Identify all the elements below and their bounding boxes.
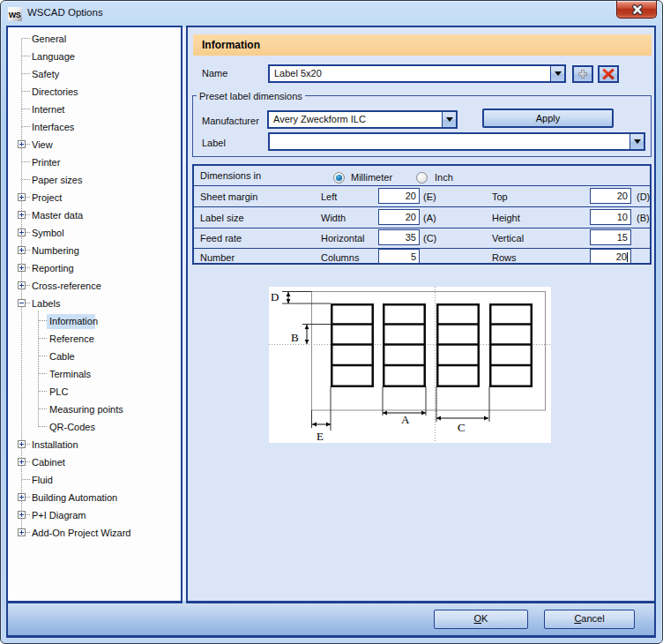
svg-text:C: C xyxy=(458,421,466,434)
svg-text:A: A xyxy=(401,413,410,426)
svg-text:D: D xyxy=(271,290,279,303)
svg-text:B: B xyxy=(291,331,299,344)
svg-text:E: E xyxy=(317,430,324,443)
